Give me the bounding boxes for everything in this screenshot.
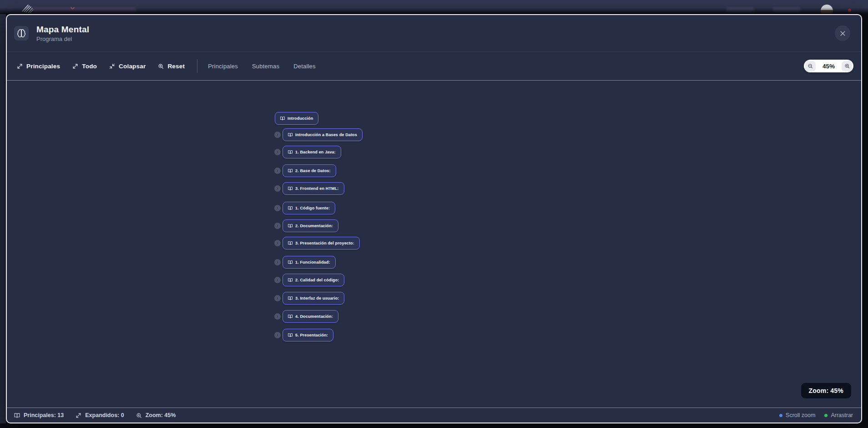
mindmap-root-node[interactable]: Introducción — [275, 112, 318, 125]
chevron-right-icon — [276, 206, 279, 210]
zoom-in-icon — [158, 63, 164, 69]
chevron-right-icon — [276, 315, 279, 318]
node-expand-button[interactable] — [274, 332, 281, 338]
backdrop-edge — [0, 14, 6, 423]
node-label: 3. Presentación del proyecto: — [295, 241, 354, 245]
node-expand-button[interactable] — [274, 205, 281, 211]
mindmap-node-row: 1. Funcionalidad: — [283, 256, 336, 269]
toolbar-reset-button[interactable]: Reset — [158, 63, 185, 70]
status-item: Zoom: 45% — [136, 412, 176, 418]
node-label: Introducción — [288, 116, 313, 121]
chevron-right-icon — [276, 133, 279, 137]
node-expand-button[interactable] — [274, 185, 281, 192]
node-expand-button[interactable] — [274, 132, 281, 138]
zoom-level-value: 45% — [823, 63, 835, 70]
toolbar: PrincipalesTodoColapsarReset Principales… — [7, 52, 861, 81]
mindmap-node[interactable]: 2. Documentación: — [283, 219, 338, 232]
mindmap-node[interactable]: 3. Frontend en HTML: — [283, 182, 344, 195]
hint-label: Scroll zoom — [786, 412, 815, 418]
book-open-icon — [288, 224, 293, 228]
hint-label: Arrastrar — [831, 412, 853, 418]
expand-icon — [72, 63, 78, 69]
zoom-control: 45% — [804, 60, 853, 72]
page-subtitle: Programa del — [36, 35, 89, 43]
hint-dot — [824, 414, 828, 417]
node-expand-button[interactable] — [274, 313, 281, 320]
chevron-right-icon — [276, 260, 279, 264]
mindmap-node[interactable]: Introducción a Bases de Datos — [283, 128, 363, 141]
mindmap-canvas[interactable]: Zoom: 45% IntroducciónIntroducción a Bas… — [7, 81, 861, 408]
zoom-in-icon — [844, 63, 850, 69]
node-expand-button[interactable] — [274, 168, 281, 174]
node-expand-button[interactable] — [274, 277, 281, 283]
mindmap-node-row: 5. Presentación: — [283, 329, 333, 341]
mindmap-node[interactable]: 4. Documentación: — [283, 310, 338, 323]
toolbar-button-label: Colapsar — [119, 63, 146, 70]
toolbar-tabs: PrincipalesSubtemasDetalles — [208, 63, 316, 70]
book-open-icon — [288, 296, 293, 301]
status-hints: Scroll zoomArrastrar — [779, 412, 853, 418]
mindmap-node-row: 1. Backend en Java: — [283, 146, 341, 158]
zoom-out-button[interactable] — [805, 61, 816, 71]
node-expand-button[interactable] — [274, 223, 281, 229]
book-open-icon — [288, 278, 293, 282]
chevron-right-icon — [276, 296, 279, 300]
book-open-icon — [280, 116, 285, 121]
mindmap-node[interactable]: 1. Funcionalidad: — [283, 256, 336, 269]
chevron-right-icon — [276, 169, 279, 173]
book-open-icon — [288, 260, 293, 265]
status-bar: Principales: 13Expandidos: 0Zoom: 45% Sc… — [7, 408, 861, 423]
tab-subtemas[interactable]: Subtemas — [252, 63, 279, 70]
node-label: 1. Backend en Java: — [295, 150, 336, 154]
tab-principales[interactable]: Principales — [208, 63, 238, 70]
mindmap-node[interactable]: 3. Interfaz de usuario: — [283, 292, 344, 305]
page-title: Mapa Mental — [36, 24, 89, 35]
mindmap-node-row: 3. Frontend en HTML: — [283, 182, 344, 195]
zoom-in-icon — [136, 413, 142, 418]
mindmap-node-row: Introducción — [275, 112, 318, 125]
zoom-in-button[interactable] — [842, 61, 852, 71]
close-button[interactable] — [835, 25, 850, 41]
toolbar-button-label: Principales — [26, 63, 60, 70]
zoom-indicator-badge: Zoom: 45% — [801, 383, 851, 398]
node-expand-button[interactable] — [274, 295, 281, 301]
chevron-right-icon — [276, 150, 279, 154]
mindmap-node[interactable]: 1. Backend en Java: — [283, 146, 341, 158]
toolbar-todo-button[interactable]: Todo — [72, 63, 97, 70]
expand-icon — [76, 413, 81, 418]
chevron-right-icon — [276, 241, 279, 245]
mindmap-modal: Mapa Mental Programa del PrincipalesTodo… — [6, 14, 862, 423]
toolbar-divider — [197, 59, 197, 73]
close-icon — [839, 30, 846, 37]
toolbar-button-label: Reset — [167, 63, 185, 70]
backdrop-bar — [0, 0, 868, 14]
node-label: 2. Base de Datos: — [295, 168, 331, 173]
toolbar-colapsar-button[interactable]: Colapsar — [109, 63, 146, 70]
mindmap-node[interactable]: 1. Código fuente: — [283, 202, 335, 214]
toolbar-buttons: PrincipalesTodoColapsarReset — [17, 63, 185, 70]
node-expand-button[interactable] — [274, 149, 281, 155]
mindmap-node[interactable]: 2. Base de Datos: — [283, 164, 336, 177]
book-open-icon — [288, 150, 293, 154]
node-label: 1. Funcionalidad: — [295, 260, 330, 265]
node-label: 2. Documentación: — [295, 224, 333, 228]
mindmap-node[interactable]: 3. Presentación del proyecto: — [283, 237, 360, 250]
book-open-icon — [14, 413, 20, 418]
status-item: Principales: 13 — [14, 412, 64, 418]
status-item: Expandidos: 0 — [76, 412, 124, 418]
node-label: 5. Presentación: — [295, 333, 328, 337]
toolbar-principales-button[interactable]: Principales — [17, 63, 60, 70]
status-item-label: Zoom: 45% — [146, 412, 176, 418]
mindmap-node[interactable]: 2. Calidad del código: — [283, 274, 344, 286]
mindmap-node[interactable]: 5. Presentación: — [283, 329, 333, 341]
tab-detalles[interactable]: Detalles — [293, 63, 316, 70]
book-open-icon — [288, 186, 293, 191]
hint-dot — [779, 414, 782, 417]
modal-header: Mapa Mental Programa del — [7, 15, 861, 52]
mindmap-node-row: 3. Interfaz de usuario: — [283, 292, 344, 305]
node-expand-button[interactable] — [274, 240, 281, 246]
node-expand-button[interactable] — [274, 259, 281, 265]
book-open-icon — [288, 168, 293, 173]
status-item-label: Expandidos: 0 — [85, 412, 124, 418]
node-label: Introducción a Bases de Datos — [295, 132, 357, 137]
